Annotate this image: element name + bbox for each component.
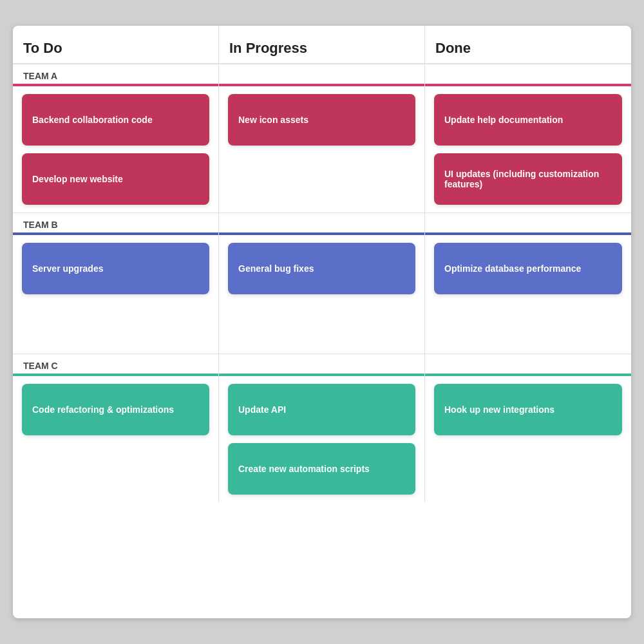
card-code-refactoring[interactable]: Code refactoring & optimizations	[22, 384, 209, 435]
team-c-inprogress-col: Update API Create new automation scripts	[219, 376, 425, 502]
team-a-cards: Backend collaboration code Develop new w…	[13, 86, 631, 213]
team-b-todo-col: Server upgrades	[13, 235, 219, 302]
card-create-automation[interactable]: Create new automation scripts	[228, 443, 415, 495]
team-c-label-row: TEAM C	[13, 354, 631, 374]
team-b-inprogress-col: General bug fixes	[219, 235, 425, 302]
team-a-label-row: TEAM A	[13, 64, 631, 84]
card-general-bug-fixes[interactable]: General bug fixes	[228, 243, 415, 294]
team-a-todo-col: Backend collaboration code Develop new w…	[13, 86, 219, 213]
card-new-icon-assets[interactable]: New icon assets	[228, 94, 415, 146]
team-a-inprogress-col: New icon assets	[219, 86, 425, 213]
card-optimize-db[interactable]: Optimize database performance	[434, 243, 622, 294]
team-b-cards: Server upgrades General bug fixes Optimi…	[13, 235, 631, 302]
team-c-done-col: Hook up new integrations	[425, 376, 631, 502]
team-a-done-col: Update help documentation UI updates (in…	[425, 86, 631, 213]
team-c-label: TEAM C	[13, 354, 219, 374]
card-server-upgrades[interactable]: Server upgrades	[22, 243, 209, 294]
card-develop-website[interactable]: Develop new website	[22, 153, 209, 205]
team-c-cards: Code refactoring & optimizations Update …	[13, 376, 631, 502]
card-update-help-docs[interactable]: Update help documentation	[434, 94, 622, 146]
card-ui-updates[interactable]: UI updates (including customization feat…	[434, 153, 622, 205]
col-header-todo: To Do	[13, 26, 219, 63]
team-c-todo-col: Code refactoring & optimizations	[13, 376, 219, 502]
kanban-board: To Do In Progress Done TEAM A Backend co…	[13, 26, 631, 618]
team-b-label-row: TEAM B	[13, 213, 631, 232]
team-a-label: TEAM A	[13, 64, 219, 84]
team-b-done-col: Optimize database performance	[425, 235, 631, 302]
col-header-done: Done	[425, 26, 631, 63]
column-headers: To Do In Progress Done	[13, 26, 631, 64]
card-backend-collaboration[interactable]: Backend collaboration code	[22, 94, 209, 146]
card-hook-integrations[interactable]: Hook up new integrations	[434, 384, 622, 435]
col-header-inprogress: In Progress	[219, 26, 425, 63]
team-b-label: TEAM B	[13, 213, 219, 232]
card-update-api[interactable]: Update API	[228, 384, 415, 435]
team-b-spacer	[13, 302, 631, 354]
